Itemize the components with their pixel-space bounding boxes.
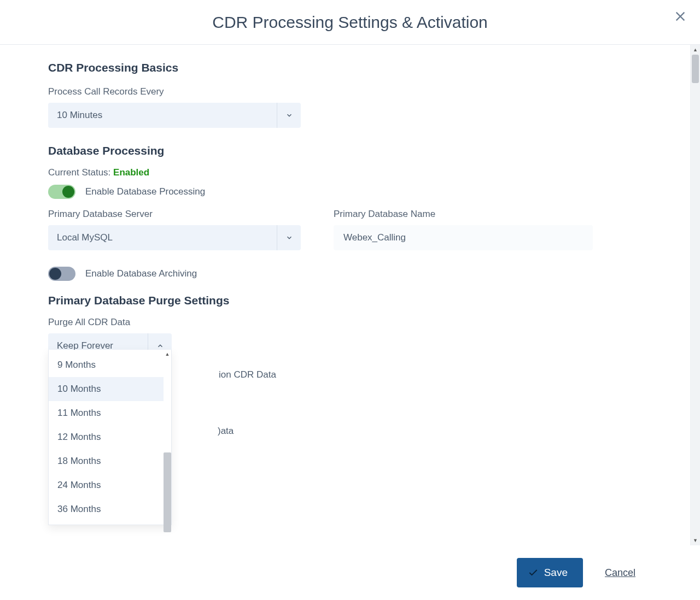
dropdown-scrollbar[interactable]: ▲ — [164, 350, 171, 525]
purge-dropdown-list: 9 Months 10 Months 11 Months 12 Months 1… — [49, 350, 164, 525]
save-button[interactable]: Save — [517, 558, 583, 587]
section-cdr-basics-heading: CDR Processing Basics — [48, 61, 642, 74]
primary-name-label: Primary Database Name — [334, 209, 593, 220]
content-scrollbar[interactable]: ▲ ▼ — [690, 45, 700, 545]
dropdown-option[interactable]: 18 Months — [49, 449, 164, 473]
obscured-text-1: ion CDR Data — [219, 369, 276, 380]
db-status-line: Current Status: Enabled — [48, 167, 642, 178]
purge-all-label: Purge All CDR Data — [48, 317, 642, 328]
toggle-knob — [62, 186, 74, 198]
close-icon — [674, 10, 686, 22]
enable-archiving-label: Enable Database Archiving — [85, 268, 197, 279]
primary-server-value: Local MySQL — [48, 232, 277, 243]
obscured-text-2: )ata — [218, 426, 234, 437]
process-every-select[interactable]: 10 Minutes — [48, 103, 301, 128]
primary-server-label: Primary Database Server — [48, 209, 301, 220]
toggle-knob — [49, 268, 61, 280]
dropdown-option[interactable]: 36 Months — [49, 497, 164, 521]
check-icon — [528, 567, 539, 578]
save-button-label: Save — [544, 567, 568, 579]
db-status-label: Current Status: — [48, 167, 110, 178]
settings-dialog: CDR Processing Settings & Activation CDR… — [0, 0, 700, 600]
scroll-down-arrow-icon[interactable]: ▼ — [691, 536, 700, 545]
dropdown-option[interactable]: 10 Months — [49, 377, 164, 401]
dialog-content: CDR Processing Basics Process Call Recor… — [0, 45, 690, 545]
process-every-value: 10 Minutes — [48, 110, 277, 121]
dialog-title: CDR Processing Settings & Activation — [212, 13, 488, 32]
section-purge-heading: Primary Database Purge Settings — [48, 294, 642, 307]
dialog-header: CDR Processing Settings & Activation — [0, 0, 700, 45]
chevron-down-icon — [277, 225, 301, 250]
section-db-heading: Database Processing — [48, 144, 642, 157]
dropdown-option[interactable]: 9 Months — [49, 353, 164, 377]
enable-processing-label: Enable Database Processing — [85, 186, 205, 197]
chevron-down-icon — [277, 103, 301, 128]
enable-archiving-toggle[interactable] — [48, 267, 75, 281]
scroll-up-arrow-icon[interactable]: ▲ — [691, 45, 700, 55]
primary-name-input[interactable] — [334, 225, 593, 250]
purge-dropdown-panel: 9 Months 10 Months 11 Months 12 Months 1… — [48, 350, 172, 525]
dropdown-option[interactable]: 12 Months — [49, 425, 164, 449]
primary-server-select[interactable]: Local MySQL — [48, 225, 301, 250]
dialog-footer: Save Cancel — [0, 545, 700, 600]
scroll-thumb[interactable] — [692, 55, 699, 83]
process-every-label: Process Call Records Every — [48, 86, 642, 97]
cancel-link[interactable]: Cancel — [605, 567, 635, 579]
enable-processing-toggle[interactable] — [48, 185, 75, 199]
dialog-body-wrap: CDR Processing Basics Process Call Recor… — [0, 45, 700, 545]
close-button[interactable] — [670, 7, 690, 26]
dropdown-option[interactable]: 24 Months — [49, 473, 164, 497]
scroll-up-arrow-icon[interactable]: ▲ — [164, 350, 171, 358]
db-status-value: Enabled — [113, 167, 149, 178]
dropdown-option[interactable]: 11 Months — [49, 401, 164, 425]
scroll-track[interactable] — [164, 358, 171, 525]
scroll-thumb[interactable] — [164, 452, 171, 532]
